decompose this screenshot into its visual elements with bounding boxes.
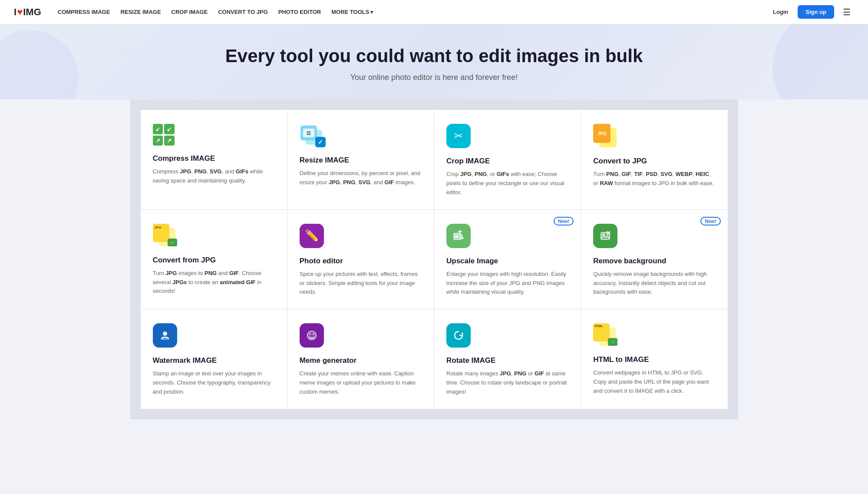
tool-desc-compress: Compress JPG, PNG, SVG, and GIFs while s… [153,167,275,186]
hamburger-menu-button[interactable]: ☰ [839,5,854,19]
logo[interactable]: I ♥ IMG [14,7,41,18]
tool-title-remove-bg: Remove background [593,257,715,265]
hero-subline: Your online photo editor is here and for… [10,73,858,82]
tool-title-rotate: Rotate IMAGE [446,356,568,365]
tool-desc-remove-bg: Quickly remove image backgrounds with hi… [593,270,715,297]
login-button[interactable]: Login [769,6,792,18]
tool-desc-crop: Crop JPG, PNG, or GIFs with ease; Choose… [446,170,568,197]
nav-crop-image[interactable]: CROP IMAGE [167,5,212,19]
convert-from-jpg-icon: JPG → [153,224,178,247]
tool-card-resize[interactable]: 🖼 ✓ Resize IMAGE Define your dimensions,… [287,110,434,209]
meme-icon [300,323,422,348]
tool-desc-photo-editor: Spice up your pictures with text, effect… [300,270,422,297]
tool-desc-watermark: Stamp an image or text over your images … [153,369,275,396]
nav-resize-image[interactable]: RESIZE IMAGE [116,5,165,19]
tool-title-watermark: Watermark IMAGE [153,356,275,365]
tool-card-upscale[interactable]: New! Upscale Image Enlarge your images w… [434,210,581,309]
tool-title-crop: Crop IMAGE [446,157,568,166]
logo-i: I [14,7,17,18]
compress-icon: ↙ ↙ ↗ ↗ [153,124,275,146]
html-to-image-icon: HTML → [593,323,618,347]
tool-card-meme[interactable]: Meme generator Create your memes online … [287,309,434,408]
chevron-down-icon: ▾ [370,9,373,15]
nav-compress-image[interactable]: COMPRESS IMAGE [53,5,115,19]
hero-headline: Every tool you could want to edit images… [10,45,858,67]
tool-desc-html-to-image: Convert webpages in HTML to JPG or SVG. … [593,368,715,395]
svg-point-9 [163,332,167,336]
new-badge-upscale: New! [554,217,574,225]
tool-title-meme: Meme generator [300,356,422,365]
tool-card-remove-bg[interactable]: New! Remove background Quickly remove im… [581,210,727,309]
tool-desc-upscale: Enlarge your images with high resolution… [446,270,568,297]
svg-rect-4 [455,235,459,238]
hero-section: Every tool you could want to edit images… [0,24,868,99]
tool-desc-rotate: Rotate many images JPG, PNG or GIF at sa… [446,369,568,396]
logo-img: IMG [23,7,41,18]
tool-title-resize: Resize IMAGE [300,156,422,165]
remove-bg-icon [593,224,715,248]
nav-convert-to-jpg[interactable]: CONVERT TO JPG [214,5,272,19]
tool-card-crop[interactable]: ✂ Crop IMAGE Crop JPG, PNG, or GIFs with… [434,110,581,209]
tool-title-convert-to-jpg: Convert to JPG [593,157,715,166]
tool-title-upscale: Upscale Image [446,257,568,265]
upscale-icon [446,224,568,248]
nav-links: COMPRESS IMAGE RESIZE IMAGE CROP IMAGE C… [53,5,769,19]
tool-card-compress[interactable]: ↙ ↙ ↗ ↗ Compress IMAGE Compress JPG, PNG… [141,110,287,209]
nav-more-tools[interactable]: MORE TOOLS ▾ [327,5,377,19]
signup-button[interactable]: Sign up [798,5,834,19]
tool-desc-resize: Define your dimensions, by percent or pi… [300,169,422,187]
tool-desc-convert-from-jpg: Turn JPG images to PNG and GIF. Choose s… [153,269,275,296]
nav-actions: Login Sign up ☰ [769,5,854,19]
tool-desc-convert-to-jpg: Turn PNG, GIF, TIF, PSD, SVG, WEBP, HEIC… [593,170,715,188]
photo-editor-icon: ✏️ [300,224,422,248]
tool-card-html-to-image[interactable]: HTML → HTML to IMAGE Convert webpages in… [581,309,727,408]
tool-card-watermark[interactable]: Watermark IMAGE Stamp an image or text o… [141,309,287,408]
svg-point-6 [603,233,605,235]
tool-card-rotate[interactable]: Rotate IMAGE Rotate many images JPG, PNG… [434,309,581,408]
tool-card-convert-from-jpg[interactable]: JPG → Convert from JPG Turn JPG images t… [141,210,287,309]
nav-photo-editor[interactable]: PHOTO EDITOR [274,5,325,19]
tools-grid: ↙ ↙ ↗ ↗ Compress IMAGE Compress JPG, PNG… [130,99,738,419]
new-badge-remove-bg: New! [700,217,720,225]
navbar: I ♥ IMG COMPRESS IMAGE RESIZE IMAGE CROP… [0,0,868,24]
logo-heart-icon: ♥ [17,7,23,18]
rotate-icon [446,323,568,348]
svg-point-12 [309,334,310,335]
tool-title-convert-from-jpg: Convert from JPG [153,256,275,265]
tool-desc-meme: Create your memes online with ease. Capt… [300,369,422,396]
tool-title-photo-editor: Photo editor [300,257,422,265]
svg-rect-10 [162,337,168,339]
tool-title-html-to-image: HTML to IMAGE [593,355,715,364]
crop-icon: ✂ [446,124,568,148]
tool-card-convert-to-jpg[interactable]: JPG Convert to JPG Turn PNG, GIF, TIF, P… [581,110,727,209]
tool-title-compress: Compress IMAGE [153,154,275,163]
resize-icon: 🖼 ✓ [300,124,326,147]
watermark-icon [153,323,275,348]
tool-card-photo-editor[interactable]: ✏️ Photo editor Spice up your pictures w… [287,210,434,309]
svg-point-13 [313,334,314,335]
convert-to-jpg-icon: JPG [593,124,619,148]
